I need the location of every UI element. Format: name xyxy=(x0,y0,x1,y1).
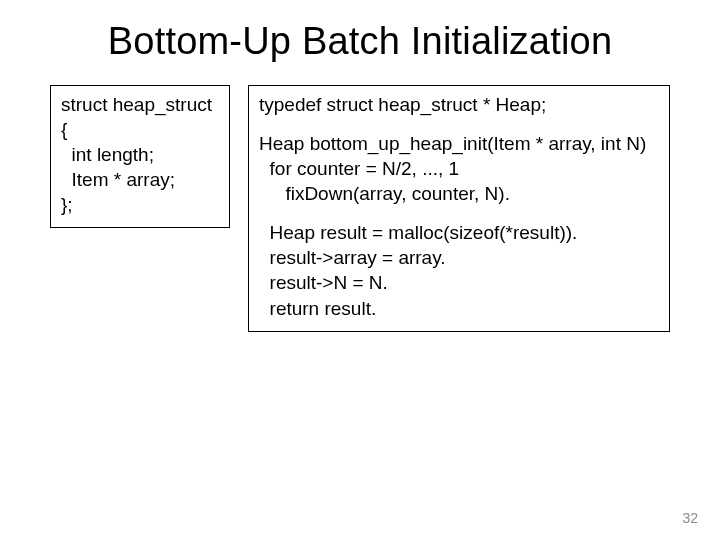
struct-definition-box: struct heap_struct { int length; Item * … xyxy=(50,85,230,228)
struct-code: struct heap_struct { int length; Item * … xyxy=(61,92,219,217)
function-signature-block: Heap bottom_up_heap_init(Item * array, i… xyxy=(259,131,659,206)
typedef-line: typedef struct heap_struct * Heap; xyxy=(259,92,659,117)
content-columns: struct heap_struct { int length; Item * … xyxy=(50,85,670,332)
function-definition-box: typedef struct heap_struct * Heap; Heap … xyxy=(248,85,670,332)
function-return-block: Heap result = malloc(sizeof(*result)). r… xyxy=(259,220,659,320)
slide: Bottom-Up Batch Initialization struct he… xyxy=(0,0,720,540)
slide-title: Bottom-Up Batch Initialization xyxy=(50,20,670,63)
page-number: 32 xyxy=(682,510,698,526)
